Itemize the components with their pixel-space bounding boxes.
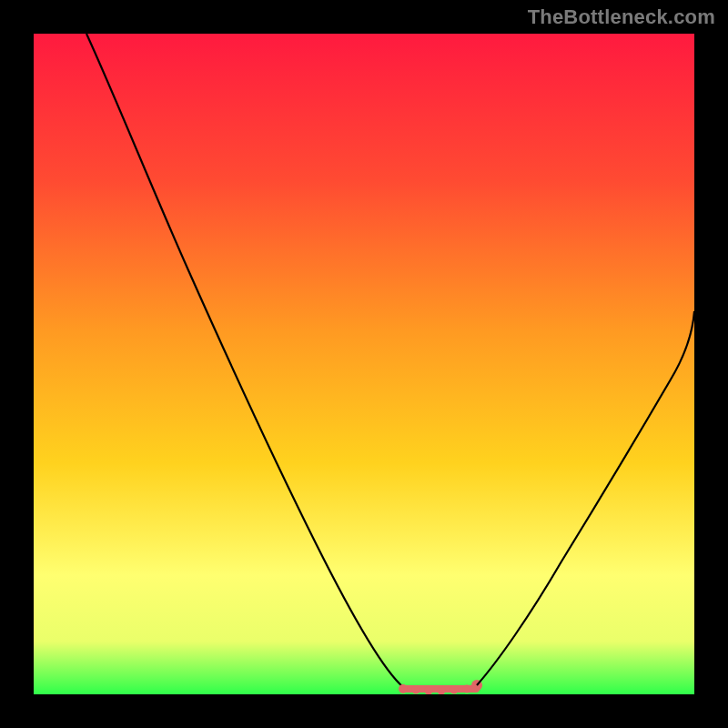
watermark-text: TheBottleneck.com [528, 5, 715, 29]
gradient-background [34, 34, 694, 694]
svg-point-6 [463, 685, 471, 693]
svg-point-5 [450, 686, 459, 694]
chart-frame: TheBottleneck.com [0, 0, 728, 728]
chart-svg [34, 34, 694, 694]
svg-point-2 [412, 686, 420, 694]
svg-point-1 [399, 684, 408, 693]
plot-area [34, 34, 694, 694]
